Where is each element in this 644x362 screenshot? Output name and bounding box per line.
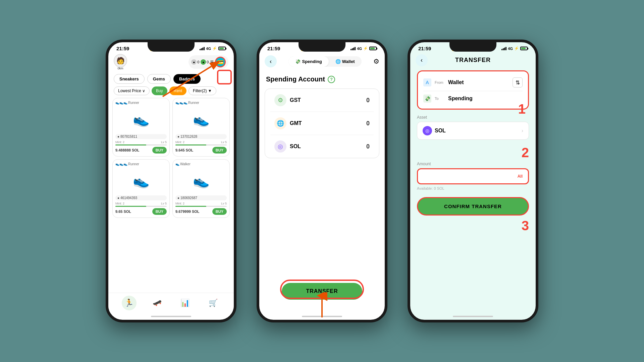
swap-btn[interactable]: ⇅ — [513, 77, 523, 87]
sneaker-stats-3: Mint: 2 Lv 5 — [175, 202, 227, 205]
tab-bar-1: Sneakers Gems Badges — [108, 73, 234, 85]
sneaker-price-row-1: 9.645 SOL BUY — [175, 147, 227, 154]
p3-header: ‹ TRANSFER — [410, 54, 536, 66]
gst-name: GST — [290, 97, 301, 103]
asset-name: SOL — [435, 128, 446, 134]
gmt-amount: 0 — [366, 120, 370, 127]
sol-selector-icon: ◎ — [423, 126, 432, 135]
buy-btn-2[interactable]: BUY — [152, 208, 167, 215]
buy-filter[interactable]: Buy — [152, 86, 167, 95]
sneaker-type-3: 👟 Walker — [175, 162, 227, 166]
buy-btn-3[interactable]: BUY — [212, 208, 227, 215]
buy-btn-1[interactable]: BUY — [212, 147, 227, 154]
coin-row-sol: ◎ SOL 0 — [270, 135, 374, 158]
p2-header: ‹ 💸 Spending 🌐 Wallet ⚙ — [259, 53, 385, 70]
sneaker-card-1: 👟👟👟 Runner 👟 ● 137012628 Mint: 2 Lv 5 9.… — [172, 98, 230, 157]
gmt-logo: 🌐 — [274, 117, 286, 129]
phone3: 21:59 👑 MarginATM 4G ⚡ — [408, 40, 538, 322]
network-type-2: 4G — [357, 47, 362, 51]
menu-icon-1: ≡ — [210, 59, 214, 66]
gst-logo: ⚙ — [274, 94, 286, 106]
phone3-content: ‹ TRANSFER A From Wallet ⇅ 💸 — [410, 53, 536, 237]
sneaker-stats-1: Mint: 2 Lv 5 — [175, 140, 227, 144]
nav-cart[interactable]: 🛒 — [206, 296, 220, 310]
filter-btn[interactable]: Filter(2) ▼ — [189, 86, 216, 95]
sneaker-id-1: ● 137012628 — [175, 134, 227, 139]
amount-input-box: All — [417, 168, 529, 184]
from-icon: A — [423, 78, 431, 86]
sneaker-card-0: 👟👟👟 Runner 👟 ● 807815811 Mint: 2 Lv 5 9.… — [112, 98, 170, 157]
rent-filter[interactable]: Rent — [169, 86, 186, 95]
transfer-btn-container: TRANSFER — [282, 283, 362, 300]
available-text: Available: 0 SOL — [417, 186, 529, 190]
lightning-icon-2: ⚡ — [363, 46, 368, 51]
time-3: 21:59 — [418, 46, 431, 51]
from-to-box: A From Wallet ⇅ 💸 To Spending — [417, 70, 529, 110]
filter-bar: Lowest Price ∨ Buy Rent Filter(2) ▼ — [108, 85, 234, 98]
sol-logo: ◎ — [274, 140, 286, 153]
battery-3 — [520, 47, 528, 50]
status-right-3: 4G ⚡ — [501, 46, 528, 51]
wallet-globe-icon: 🌐 — [335, 59, 341, 64]
coin-list-box: ⚙ GST 0 🌐 GMT 0 — [265, 88, 379, 158]
asset-left: ◎ SOL — [423, 126, 446, 135]
transfer-button[interactable]: TRANSFER — [282, 283, 362, 300]
signal-bars-3 — [501, 47, 506, 50]
amount-field-label: Amount — [417, 162, 529, 166]
tab-group-2: 💸 Spending 🌐 Wallet — [288, 56, 361, 67]
nav-skate[interactable]: 🛹 — [150, 296, 164, 310]
coin-gmt-header: ● 0 — [201, 59, 209, 65]
phone2: 21:59 👑 MarginATM 4G ⚡ — [257, 40, 387, 322]
tab-sneakers[interactable]: Sneakers — [114, 74, 145, 84]
buy-btn-0[interactable]: BUY — [152, 147, 167, 154]
sneaker-img-2: 👟 — [115, 167, 167, 194]
nav-chart[interactable]: 📊 — [178, 296, 193, 310]
sol-amount: 0 — [366, 143, 370, 150]
nav-run[interactable]: 🏃 — [122, 296, 137, 310]
asset-selector[interactable]: ◎ SOL › — [417, 122, 529, 140]
sneaker-stats-0: Mint: 2 Lv 5 — [115, 140, 167, 144]
tab-spending[interactable]: 💸 Spending — [288, 56, 328, 67]
help-icon-2[interactable]: ? — [328, 76, 335, 83]
phone1: 21:59 👑 MarginATM 4G ⚡ — [106, 40, 236, 322]
settings-icon-2[interactable]: ⚙ — [373, 57, 379, 65]
coin-info-sol: ◎ SOL — [274, 140, 301, 153]
step-3-label: 3 — [522, 218, 529, 233]
sneaker-stats-2: Mint: 2 Lv 5 — [115, 202, 167, 205]
to-value: Spending — [448, 96, 523, 102]
sneaker-card-2: 👟👟👟 Runner 👟 ● 461494393 Mint: 2 Lv 5 9.… — [112, 159, 170, 218]
transfer-title: TRANSFER — [455, 57, 491, 64]
sneaker-img-3: 👟 — [175, 167, 227, 194]
coin-gmt-amount: 0 — [207, 60, 209, 64]
tab-wallet[interactable]: 🌐 Wallet — [329, 56, 362, 67]
coin-row-gmt: 🌐 GMT 0 — [270, 112, 374, 135]
sneaker-id-2: ● 461494393 — [115, 195, 167, 200]
from-row: A From Wallet ⇅ — [423, 75, 523, 89]
back-btn-2[interactable]: ‹ — [265, 55, 277, 67]
coin-list: ⚙ GST 0 🌐 GMT 0 — [265, 89, 379, 158]
sneaker-price-row-3: 9.679999 SOL BUY — [175, 208, 227, 215]
amount-all-btn[interactable]: All — [518, 174, 523, 179]
lightning-icon-3: ⚡ — [514, 46, 519, 51]
tab-gems[interactable]: Gems — [147, 74, 171, 84]
asset-field-label: Asset — [417, 115, 529, 120]
battery-1 — [218, 47, 226, 50]
notch2 — [299, 42, 345, 52]
wallet-btn-1[interactable]: 💳 — [215, 57, 226, 67]
avatar-1[interactable]: 🧑 — [114, 54, 127, 67]
to-label: To — [435, 97, 445, 101]
back-btn-3[interactable]: ‹ — [416, 54, 428, 66]
tab-badges[interactable]: Badges — [173, 74, 201, 84]
phone2-content: ‹ 💸 Spending 🌐 Wallet ⚙ Spend — [259, 53, 385, 158]
sneaker-id-0: ● 807815811 — [115, 134, 167, 139]
network-type-1: 4G — [206, 47, 211, 51]
sort-filter[interactable]: Lowest Price ∨ — [114, 86, 150, 95]
network-type-3: 4G — [508, 47, 513, 51]
phone1-header: 🧑 0km ● 0 ● 0 ≡ 💳 — [108, 53, 234, 73]
coin-info-gmt: 🌐 GMT — [274, 117, 302, 129]
sneaker-type-2: 👟👟👟 Runner — [115, 162, 167, 166]
amount-input-field[interactable] — [423, 173, 518, 179]
confirm-transfer-button[interactable]: CONFIRM TRANSFER — [417, 197, 529, 216]
notch1 — [148, 42, 195, 52]
step-1-label: 1 — [518, 102, 526, 117]
